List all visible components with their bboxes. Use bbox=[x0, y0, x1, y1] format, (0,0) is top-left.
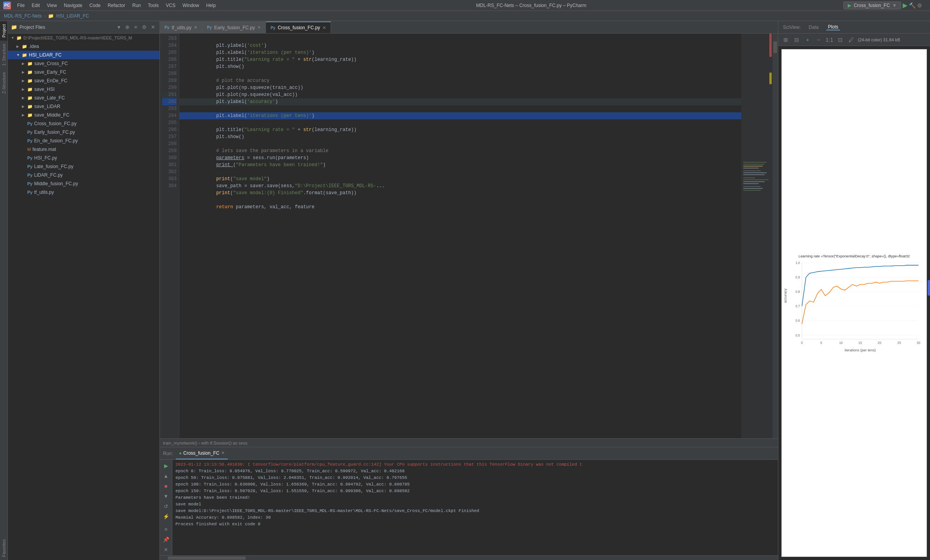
sci-zoom-reset-btn[interactable]: 1:1 bbox=[825, 35, 834, 44]
menu-vcs[interactable]: VCS bbox=[163, 2, 179, 9]
menu-view[interactable]: View bbox=[44, 2, 60, 9]
run-tab-label: Cross_fusion_FC bbox=[183, 450, 220, 456]
sci-table-btn[interactable]: ⊟ bbox=[792, 35, 801, 44]
tab-early-fusion[interactable]: Py Early_fusion_FC.py ✕ bbox=[202, 21, 266, 33]
v-tab-project[interactable]: Project bbox=[0, 21, 7, 41]
run-scroll-up-btn[interactable]: ▲ bbox=[162, 471, 170, 480]
tree-item-save-ende-fc[interactable]: ▶ 📁 save_EnDe_FC bbox=[8, 76, 159, 85]
sci-color-picker-btn[interactable]: 🖊 bbox=[847, 35, 856, 44]
sync-button[interactable]: ⊕ bbox=[124, 24, 131, 31]
v-tab-favorites[interactable]: Favorites bbox=[0, 536, 7, 560]
breadcrumb-root[interactable]: MDL-RS_FC-Nets bbox=[4, 13, 42, 19]
svg-text:0.5: 0.5 bbox=[795, 334, 800, 337]
v-tab-z-structure[interactable]: Z-Structure bbox=[0, 69, 7, 97]
svg-text:15: 15 bbox=[858, 341, 862, 345]
window-title: MDL-RS_FC-Nets – Cross_fusion_FC.py – Py… bbox=[220, 3, 843, 8]
menu-refactor[interactable]: Refactor bbox=[105, 2, 128, 9]
svg-rect-13 bbox=[743, 190, 761, 191]
tab-cross-fusion[interactable]: Py Cross_fusion_FC.py ✕ bbox=[266, 21, 331, 33]
sci-grid-btn[interactable]: ⊞ bbox=[781, 35, 790, 44]
close-panel-button[interactable]: ✕ bbox=[149, 24, 156, 31]
run-output[interactable]: 2023-01-12 13:13:56.401636: I tensorflow… bbox=[172, 460, 778, 555]
svg-rect-4 bbox=[743, 170, 761, 171]
tree-item-en-de-fusion-fc[interactable]: ▶ Py En_de_fusion_FC.py bbox=[8, 136, 159, 145]
settings-button[interactable]: ⚙ bbox=[141, 24, 148, 31]
tab-cross-fusion-label: Cross_fusion_FC.py bbox=[278, 25, 320, 30]
tree-item-save-cross-fc[interactable]: ▶ 📁 save_Cross_FC bbox=[8, 59, 159, 68]
menu-edit[interactable]: Edit bbox=[28, 2, 43, 9]
tree-item-save-early-fc[interactable]: ▶ 📁 save_Early_FC bbox=[8, 68, 159, 76]
breadcrumb-subfolder[interactable]: HSI_LiDAR_FC bbox=[56, 13, 89, 19]
menu-code[interactable]: Code bbox=[86, 2, 104, 9]
menu-run[interactable]: Run bbox=[129, 2, 144, 9]
tab-tf-utils[interactable]: Py tf_utils.py ✕ bbox=[160, 21, 202, 33]
tree-item-hsi-lidar-fc[interactable]: ▼ 📁 HSI_LiDAR_FC bbox=[8, 51, 159, 59]
run-button[interactable]: ▶ bbox=[903, 2, 907, 9]
panel-header: 📁 Project Files ▼ ⊕ ≡ ⚙ ✕ bbox=[8, 21, 159, 34]
build-button[interactable]: 🔨 bbox=[909, 2, 916, 9]
project-panel-arrow[interactable]: ▼ bbox=[117, 25, 121, 30]
menu-file[interactable]: File bbox=[14, 2, 28, 9]
sciview-header: SciView: Data Plots bbox=[778, 21, 930, 34]
tree-item-save-late-fc[interactable]: ▶ 📁 save_Late_FC bbox=[8, 94, 159, 102]
run-header: Run: ● Cross_fusion_FC ✕ bbox=[160, 447, 778, 460]
run-output-line: Process finished with exit code 0 bbox=[175, 521, 775, 528]
collapse-button[interactable]: ≡ bbox=[132, 24, 139, 31]
run-output-line: Parameters have been trained! bbox=[175, 494, 775, 501]
run-output-line: save model bbox=[175, 501, 775, 508]
menu-help[interactable]: Help bbox=[203, 2, 219, 9]
sci-zoom-in-btn[interactable]: + bbox=[803, 35, 812, 44]
sciview-tab-data[interactable]: Data bbox=[807, 25, 820, 30]
tab-early-fusion-close[interactable]: ✕ bbox=[257, 25, 261, 30]
sci-fit-btn[interactable]: ⊡ bbox=[836, 35, 845, 44]
tree-item-tf-utils[interactable]: ▶ Py tf_utils.py bbox=[8, 188, 159, 197]
tab-cross-fusion-close[interactable]: ✕ bbox=[322, 25, 326, 30]
tab-tf-utils-label: tf_utils.py bbox=[172, 25, 191, 30]
tree-item-middle-fusion-fc[interactable]: ▶ Py Middle_fusion_FC.py bbox=[8, 179, 159, 188]
svg-text:5: 5 bbox=[820, 341, 822, 345]
run-filter-btn[interactable]: ⚡ bbox=[162, 512, 170, 521]
sciview-panel: SciView: Data Plots ⊞ ⊟ + − 1:1 ⊡ 🖊 (24-… bbox=[778, 21, 930, 560]
run-rerun-btn[interactable]: ↺ bbox=[162, 502, 170, 510]
run-toolbar: ▶ ▲ ■ ▼ ↺ ⚡ ≡ 📌 ✕ bbox=[160, 460, 172, 555]
scroll-indicator[interactable] bbox=[772, 34, 778, 438]
tree-item-lidar-fc[interactable]: ▶ Py LiDAR_FC.py bbox=[8, 171, 159, 179]
run-panel: Run: ● Cross_fusion_FC ✕ ▶ ▲ ■ ▼ ↺ ⚡ ≡ bbox=[160, 447, 778, 560]
bottom-scroll[interactable] bbox=[160, 555, 778, 560]
sci-zoom-out-btn[interactable]: − bbox=[814, 35, 823, 44]
run-tab-cross-fusion[interactable]: ● Cross_fusion_FC ✕ bbox=[176, 447, 227, 459]
menu-tools[interactable]: Tools bbox=[145, 2, 162, 9]
tree-item-feature-mat[interactable]: ▶ M feature.mat bbox=[8, 145, 159, 154]
run-play-btn[interactable]: ▶ bbox=[162, 461, 170, 470]
run-scroll-down-btn[interactable]: ▼ bbox=[162, 492, 170, 500]
run-config-selector[interactable]: ▶ Cross_fusion_FC ▼ bbox=[843, 2, 901, 9]
svg-text:accuracy: accuracy bbox=[783, 289, 787, 303]
v-tab-structure[interactable]: 1: Structure bbox=[0, 41, 7, 69]
menu-window[interactable]: Window bbox=[179, 2, 202, 9]
tree-item-save-middle-fc[interactable]: ▶ 📁 save_Middle_FC bbox=[8, 111, 159, 119]
tree-item-late-fusion-fc[interactable]: ▶ Py Late_fusion_FC.py bbox=[8, 162, 159, 171]
run-pin-btn[interactable]: 📌 bbox=[162, 535, 170, 544]
run-settings-btn[interactable]: ≡ bbox=[162, 525, 170, 533]
tab-bar: Py tf_utils.py ✕ Py Early_fusion_FC.py ✕… bbox=[160, 21, 778, 34]
tree-item-save-hsi[interactable]: ▶ 📁 save_HSI bbox=[8, 85, 159, 94]
sciview-tab-plots[interactable]: Plots bbox=[826, 24, 840, 30]
svg-text:20: 20 bbox=[878, 341, 882, 345]
run-stop-btn[interactable]: ■ bbox=[162, 482, 170, 490]
breadcrumb: MDL-RS_FC-Nets › 📁 HSI_LiDAR_FC bbox=[0, 11, 930, 21]
svg-text:Learning rate =Tensor("Exponen: Learning rate =Tensor("ExponentialDecay:… bbox=[799, 254, 910, 258]
run-close-panel-btn[interactable]: ✕ bbox=[162, 545, 170, 554]
run-output-line: Maxmial Accuracy: 0.898582, index: 30 bbox=[175, 514, 775, 521]
menu-navigate[interactable]: Navigate bbox=[61, 2, 85, 9]
run-tab-close[interactable]: ✕ bbox=[221, 450, 225, 455]
tab-tf-utils-close[interactable]: ✕ bbox=[194, 25, 197, 30]
settings-run-button[interactable]: ⚙ bbox=[917, 2, 922, 9]
code-content[interactable]: plt.ylabel('cost') plt.xlabel('iteration… bbox=[179, 34, 741, 438]
svg-rect-5 bbox=[743, 172, 767, 173]
tree-root[interactable]: ▼ 📁 D:\Project\IEEE_TGRS_MDL-RS-master\I… bbox=[8, 34, 159, 42]
tree-item-cross-fusion-fc[interactable]: ▶ Py Cross_fusion_FC.py bbox=[8, 119, 159, 128]
tree-item-idea[interactable]: ▶ 📁 .idea bbox=[8, 42, 159, 51]
tree-item-early-fusion-fc[interactable]: ▶ Py Early_fusion_FC.py bbox=[8, 128, 159, 136]
tree-item-hsi-fc[interactable]: ▶ Py HSI_FC.py bbox=[8, 154, 159, 162]
tree-item-save-lidar[interactable]: ▶ 📁 save_LiDAR bbox=[8, 102, 159, 111]
